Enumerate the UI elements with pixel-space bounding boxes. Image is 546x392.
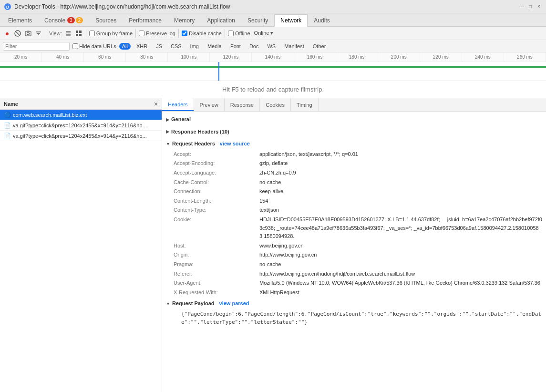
timeline-label: 220 ms xyxy=(420,52,462,62)
header-row: Accept-Encoding:gzip, deflate xyxy=(174,159,542,168)
filter-input[interactable] xyxy=(3,42,70,51)
tab-audits[interactable]: Audits xyxy=(308,14,336,26)
view-list-icon[interactable] xyxy=(64,29,72,38)
tab-application[interactable]: Application xyxy=(201,14,241,26)
filter-js[interactable]: JS xyxy=(153,43,165,50)
timeline-indicator xyxy=(218,62,219,81)
header-value: www.beijing.gov.cn xyxy=(259,242,304,250)
group-by-frame-checkbox[interactable] xyxy=(89,31,95,36)
group-by-frame-label[interactable]: Group by frame xyxy=(89,31,133,36)
header-name: Connection: xyxy=(174,187,259,196)
header-value: XMLHttpRequest xyxy=(259,289,299,297)
request-headers-section-header[interactable]: ▼ Request Headers view source xyxy=(166,138,542,150)
title-bar: D Developer Tools - http://www.beijing.g… xyxy=(0,0,546,13)
window-title: Developer Tools - http://www.beijing.gov… xyxy=(14,3,518,10)
timeline-label: 100 ms xyxy=(168,52,210,62)
view-source-link[interactable]: view source xyxy=(220,140,250,148)
filter-css[interactable]: CSS xyxy=(168,43,185,50)
tab-network[interactable]: Network xyxy=(274,14,308,27)
file-item[interactable]: 📄va.gif?type=click&pres=1204x2455&x=914&… xyxy=(0,120,162,131)
hide-data-urls-checkbox[interactable] xyxy=(72,43,78,49)
preserve-log-checkbox[interactable] xyxy=(139,31,144,36)
svg-rect-4 xyxy=(25,31,31,36)
clear-button[interactable] xyxy=(13,29,22,38)
file-item[interactable]: 🔵com.web.search.mailList.biz.ext xyxy=(0,110,162,120)
header-row: X-Requested-With:XMLHttpRequest xyxy=(174,289,542,297)
tab-cookies[interactable]: Cookies xyxy=(260,98,291,111)
toolbar-separator-5 xyxy=(225,29,225,38)
preserve-log-label[interactable]: Preserve log xyxy=(139,31,175,36)
hide-data-urls-label[interactable]: Hide data URLs xyxy=(72,43,116,49)
general-arrow: ▶ xyxy=(166,116,169,123)
timeline-label: 240 ms xyxy=(462,52,504,62)
timeline-graph xyxy=(0,62,546,81)
tab-sources[interactable]: Sources xyxy=(89,14,123,26)
general-section-header[interactable]: ▶ General xyxy=(166,113,542,126)
tab-timing[interactable]: Timing xyxy=(291,98,319,111)
response-headers-section-header[interactable]: ▶ Response Headers (10) xyxy=(166,126,542,138)
offline-checkbox[interactable] xyxy=(228,31,234,36)
filter-media[interactable]: Media xyxy=(205,43,225,50)
filter-manifest[interactable]: Manifest xyxy=(281,43,307,50)
tab-security[interactable]: Security xyxy=(241,14,274,26)
file-name: va.gif?type=click&pres=1204x2455&x=914&y… xyxy=(13,133,147,139)
header-value: text/json xyxy=(259,206,279,215)
disable-cache-label[interactable]: Disable cache xyxy=(182,31,222,36)
timeline-label: 260 ms xyxy=(504,52,546,62)
tab-elements[interactable]: Elements xyxy=(2,14,38,26)
svg-text:D: D xyxy=(6,5,10,10)
tab-memory[interactable]: Memory xyxy=(168,14,201,26)
header-row: Accept:application/json, text/javascript… xyxy=(174,150,542,159)
header-value: application/json, text/javascript, */*; … xyxy=(259,150,358,159)
window-controls: — □ × xyxy=(518,3,542,10)
header-name: Origin: xyxy=(174,251,259,259)
header-value: no-cache xyxy=(259,260,281,269)
header-name: Cache-Control: xyxy=(174,178,259,187)
disable-cache-checkbox[interactable] xyxy=(182,31,187,36)
file-name: com.web.search.mailList.biz.ext xyxy=(13,112,87,118)
tab-headers[interactable]: Headers xyxy=(162,98,194,111)
record-button[interactable]: ● xyxy=(3,29,11,38)
online-dropdown[interactable]: Online ▾ xyxy=(252,30,276,36)
svg-rect-16 xyxy=(79,34,82,36)
close-panel-button[interactable]: × xyxy=(154,100,158,108)
filter-doc[interactable]: Doc xyxy=(247,43,262,50)
filter-img[interactable]: Img xyxy=(187,43,202,50)
error-badge: 3 xyxy=(67,17,75,23)
maximize-button[interactable]: □ xyxy=(527,3,534,10)
timeline: 20 ms40 ms60 ms80 ms100 ms120 ms140 ms16… xyxy=(0,52,546,81)
tab-console[interactable]: Console 3 2 xyxy=(38,14,89,26)
header-value: 154 xyxy=(259,197,268,206)
filter-ws[interactable]: WS xyxy=(264,43,278,50)
header-row: Content-Length:154 xyxy=(174,197,542,206)
filter-xhr[interactable]: XHR xyxy=(134,43,150,50)
tab-preview[interactable]: Preview xyxy=(194,98,225,111)
view-parsed-link[interactable]: view parsed xyxy=(219,299,249,308)
view-label: View: xyxy=(49,31,62,36)
request-payload-section-header[interactable]: ▼ Request Payload view parsed xyxy=(166,298,542,310)
view-detail-icon[interactable] xyxy=(74,29,83,38)
toolbar-separator-3 xyxy=(135,29,136,38)
filter-all[interactable]: All xyxy=(119,43,131,50)
timeline-labels: 20 ms40 ms60 ms80 ms100 ms120 ms140 ms16… xyxy=(0,52,546,62)
main-tabs: Elements Console 3 2 Sources Performance… xyxy=(0,13,546,27)
header-name: Cookie: xyxy=(174,216,259,224)
offline-group[interactable]: Offline xyxy=(228,31,250,36)
file-item[interactable]: 📄va.gif?type=click&pres=1204x2455&x=914&… xyxy=(0,131,162,141)
header-value: Mozilla/5.0 (Windows NT 10.0; WOW64) App… xyxy=(259,279,540,288)
filter-other[interactable]: Other xyxy=(310,43,329,50)
filter-button[interactable] xyxy=(34,29,43,38)
filter-font[interactable]: Font xyxy=(227,43,244,50)
timeline-label: 180 ms xyxy=(336,52,378,62)
tab-response[interactable]: Response xyxy=(225,98,260,111)
header-row: Pragma:no-cache xyxy=(174,260,542,269)
response-headers-label: Response Headers (10) xyxy=(171,128,229,136)
header-value: HDJLJSID=D00455E57E0A18E009593D415260137… xyxy=(259,216,542,241)
close-button[interactable]: × xyxy=(536,3,542,10)
header-name: X-Requested-With: xyxy=(174,289,259,297)
screenshot-button[interactable] xyxy=(24,29,32,38)
toolbar-separator-4 xyxy=(178,29,179,38)
header-row: User-Agent:Mozilla/5.0 (Windows NT 10.0;… xyxy=(174,279,542,288)
tab-performance[interactable]: Performance xyxy=(123,14,168,26)
minimize-button[interactable]: — xyxy=(518,3,525,10)
